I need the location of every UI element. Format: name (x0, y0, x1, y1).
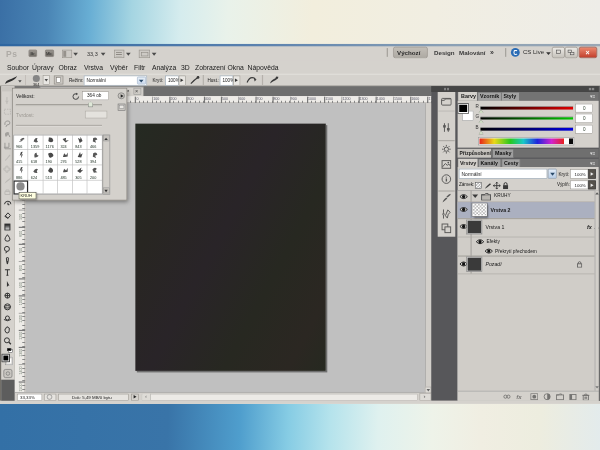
svg-text:fx: fx (517, 393, 523, 400)
